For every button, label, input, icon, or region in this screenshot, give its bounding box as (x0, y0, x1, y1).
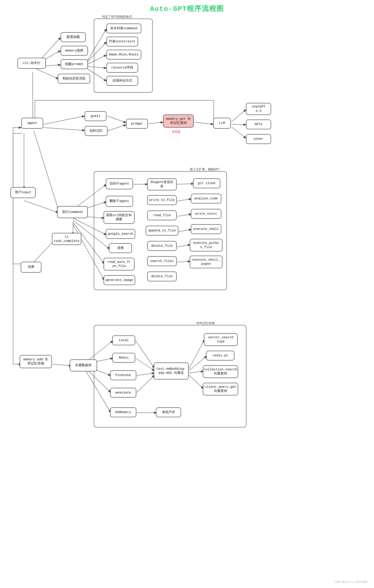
publish-node: 发推 (109, 243, 132, 253)
self-eval-node: 自我评估方式 (106, 76, 138, 86)
redis-pt-node: redis.pt (206, 351, 234, 360)
watermark: CSDN @weixin_43825606 (334, 581, 367, 584)
svg-line-19 (232, 127, 246, 138)
svg-line-11 (44, 116, 85, 124)
vector-db-node: 向量数据库 (70, 359, 97, 371)
other-node: other (246, 134, 271, 144)
weaviate-node: weaviate (110, 388, 136, 398)
svg-line-14 (107, 125, 126, 131)
memory-get-node: memory_get 长时记忆查询 (163, 115, 194, 128)
third-party-label: 第三方扩展，赋能GPT (190, 168, 220, 171)
cmd-list-node: 命令列表command (106, 23, 141, 33)
cli-node: cli·命令行 (17, 58, 46, 69)
memory-add-node: memory.add 长时记忆存储 (20, 355, 52, 368)
init-history-node: 初始化历史消息 (58, 74, 90, 84)
exec-python-node: execute_pytho n_file (190, 239, 222, 252)
nothing-store-node: 啥也不存 (156, 407, 181, 417)
redis-node-node: Redis (112, 353, 135, 363)
analyze-code-node: analyze_code (191, 194, 221, 203)
svg-line-24 (32, 242, 53, 264)
exec-shell-popen-node: execute_shell_ popen (190, 256, 222, 268)
collection-search-node: collection.search 向量查询 (203, 365, 238, 378)
gpt4-node: GPT4 (246, 119, 271, 129)
svg-line-12 (44, 128, 85, 130)
git-clone-node: git clone (193, 178, 220, 188)
svg-line-17 (232, 109, 246, 122)
diagram-container: Auto-GPT程序流程图 约定了GPT的响应格式 第三方扩展，赋能GPT 长时… (0, 0, 374, 588)
long-mem-store-label: 长时记忆存储 (196, 321, 215, 325)
svg-line-18 (232, 124, 246, 125)
llm-node: LLM (213, 118, 231, 129)
del-sub-node: 删除子agent (106, 196, 133, 207)
goals-node: goals (85, 111, 106, 121)
prompt-node: prompt (126, 119, 148, 129)
no-memory-node: NoMemory (110, 407, 136, 417)
client-query-node: client.query.get 向量查询 (203, 383, 238, 395)
resource-node: resource手段 (106, 63, 138, 73)
get-url-node: 获取url内的文本 摘要 (104, 211, 135, 224)
task-complete-node: is task_complete (52, 233, 81, 245)
gpt-response-label: 约定了GPT的响应格式 (102, 15, 132, 19)
page-title: Auto-GPT程序流程图 (150, 4, 224, 13)
svg-line-13 (107, 116, 126, 123)
memory-sel-node: memory选择 (61, 46, 88, 56)
weixian-label: 未实现 (172, 130, 180, 134)
constraint-node: 约束constraint (106, 37, 138, 46)
chatgpt35-node: chatGPT 3.5 (246, 103, 271, 115)
agent-node: agent (21, 118, 43, 129)
pinecone-node: Pinecone (110, 370, 136, 380)
config-node: 配置加载 (61, 32, 86, 42)
short-mem-node: 短时记忆 (85, 126, 107, 136)
google-search-node: google_search (106, 229, 135, 239)
append-to-file-node: append_to_file (146, 226, 178, 236)
text-embed-node: text-embedding- ada-002 向量化 (154, 362, 189, 379)
local-node: Local (112, 336, 135, 345)
arrows-svg (0, 0, 374, 588)
execute-shell-node: execute_shell (191, 224, 221, 234)
write-to-file-node: write_to_file (147, 195, 177, 205)
gen-image-node: generate_image (104, 275, 135, 285)
delete-file2-node: delete_file (147, 272, 177, 281)
create-prompt-node: 创建prompt (61, 59, 88, 69)
svg-line-21 (34, 131, 58, 210)
name-role-node: Name,Role,Roals (106, 50, 141, 60)
svg-line-22 (24, 201, 58, 213)
svg-line-15 (149, 122, 163, 124)
svg-line-16 (195, 122, 213, 124)
svg-line-4 (36, 69, 58, 79)
send-task-node: 向agent发送任 务 (147, 178, 177, 190)
result-node: 结果 (21, 262, 42, 273)
user-input-node: 用户input (10, 187, 36, 198)
vector-search-node: vector_search topk (204, 333, 238, 346)
search-files-node: search_files (147, 256, 177, 266)
delete-file-node: delete_file (147, 241, 177, 251)
read-file-node: read_file (147, 210, 177, 220)
start-sub-node: 启动子agent (106, 178, 133, 189)
exec-cmd-node: 执行command (57, 206, 88, 218)
write-tests-node: write_tests (191, 209, 221, 219)
read-auto-node: read_auto_fr on_file (104, 258, 135, 271)
svg-line-39 (53, 364, 72, 366)
